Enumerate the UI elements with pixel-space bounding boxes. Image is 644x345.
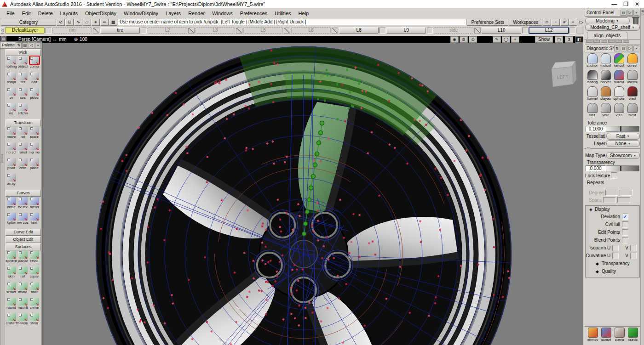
map-type-dropdown[interactable]: Showroom▼ <box>606 152 640 159</box>
layer-side-visibility-toggle[interactable] <box>474 28 481 34</box>
layer-l6[interactable]: L6 <box>291 27 331 34</box>
palette-expand-icon[interactable]: ⇅ <box>16 42 22 48</box>
panel-tool-curva[interactable]: curva <box>613 328 626 344</box>
curvature-u-v-checkbox[interactable] <box>630 253 637 259</box>
tool-revol[interactable]: revol <box>29 251 40 266</box>
tool-srfchn[interactable]: srfchn <box>17 103 29 119</box>
tool-sphere[interactable]: sphere <box>6 251 17 266</box>
diag-tool-ltunnel[interactable]: ltunnel <box>586 86 599 103</box>
display-subsection-transparency[interactable]: ◆Transparency <box>586 260 639 267</box>
layer-rim[interactable]: rim <box>52 27 92 34</box>
diag-tool-vis1[interactable]: vis1 <box>586 103 599 119</box>
isoparm-u-v-checkbox[interactable] <box>630 245 637 251</box>
display-subsection-quality[interactable]: ◆Quality <box>586 267 639 275</box>
tool-templ[interactable]: templ <box>6 72 17 88</box>
layer-l3[interactable]: L3 <box>196 27 235 34</box>
palette-section-object-edit[interactable]: Object Edit <box>6 236 41 243</box>
diag-tool-cphote[interactable]: cphote <box>612 86 626 103</box>
tool-skin[interactable]: skin <box>6 266 17 282</box>
diagnostic-shade-expand-icon[interactable]: ⇅ <box>614 45 620 51</box>
camera-icon[interactable]: ◉ <box>450 36 459 43</box>
diagnostic-shade-title-bar[interactable]: Diagnostic Shade ⇅▤▷× <box>585 45 640 52</box>
layer-l12[interactable]: L12 <box>529 27 569 34</box>
diagnostic-shade-expand-right-icon[interactable]: ▷ <box>627 45 633 51</box>
tool-scale[interactable]: scale <box>29 127 40 142</box>
diag-tool-curevl[interactable]: curevl <box>626 53 639 70</box>
tool-edit[interactable]: edit <box>29 72 40 88</box>
tool-blend[interactable]: blend <box>29 197 40 213</box>
layerbar-left-arrow[interactable]: ◁ <box>0 27 4 34</box>
tool-circle[interactable]: circle <box>6 197 17 213</box>
menu-delete[interactable]: Delete <box>34 10 57 17</box>
tool-mp-mo[interactable]: mp mo <box>29 142 40 158</box>
diag-tool-mulcol[interactable]: mulcol <box>599 53 612 70</box>
snap-curve-icon[interactable]: ≈ <box>569 19 577 26</box>
diag-tool-isoang[interactable]: isoang <box>586 70 599 86</box>
diag-tool-rancol[interactable]: rancol <box>612 53 626 70</box>
menu-utilities[interactable]: Utilities <box>271 10 294 17</box>
paint-icon[interactable]: ✎ <box>493 36 501 43</box>
diag-tool-usetex[interactable]: usetex <box>626 70 639 86</box>
menu-preferences[interactable]: Preferences <box>236 10 271 17</box>
control-panel-menu-icon[interactable]: ▤ <box>621 10 627 16</box>
tool-nw-cos[interactable]: nw cos <box>17 213 29 228</box>
transparency-value[interactable]: 0.000 <box>586 165 606 171</box>
deviation-checkbox[interactable]: ✓ <box>622 214 628 220</box>
palette-section-curve-edit[interactable]: Curve Edit <box>6 229 41 236</box>
preference-sets-button[interactable]: Preference Sets <box>467 19 508 26</box>
layer-l12-checkbox[interactable] <box>569 28 575 34</box>
panel-tool-scnsrf[interactable]: scnsrf <box>599 328 613 344</box>
pick-object-icon[interactable]: ⊡ <box>65 19 74 26</box>
tool-ffblnd[interactable]: ffblnd <box>17 282 29 298</box>
layer-l9-checkbox[interactable] <box>427 28 433 34</box>
edit-points-checkbox[interactable] <box>622 229 628 236</box>
tool-cv[interactable]: cv <box>6 88 17 103</box>
wheel-model[interactable]: LEFT ⌂ <box>0 43 583 345</box>
palette-section-pick[interactable]: Pick <box>6 49 41 56</box>
viewport-canvas[interactable]: LEFT ⌂ <box>0 43 583 345</box>
menu-layouts[interactable]: Layouts <box>57 10 82 17</box>
tool-text[interactable]: text <box>29 213 40 228</box>
tool-msdrft[interactable]: msdrft <box>17 298 29 313</box>
palette-title-bar[interactable]: Palette ⇅▤◁× <box>0 42 41 49</box>
tessellation-dropdown[interactable]: Fast▼ <box>606 133 640 140</box>
tool-cv-crv[interactable]: cv crv <box>17 197 29 213</box>
menu-edit[interactable]: Edit <box>18 10 34 17</box>
tab-align-objects[interactable]: align_objects <box>587 32 627 39</box>
layer-l5-visibility-toggle[interactable] <box>284 28 290 34</box>
tool-kptbx[interactable]: kptbx <box>6 213 17 228</box>
tool-rail[interactable]: rail <box>17 266 29 282</box>
tool-round[interactable]: round <box>6 298 17 313</box>
history-icon[interactable]: H <box>543 19 551 26</box>
tool-cos[interactable]: cos <box>17 88 29 103</box>
menu-windows[interactable]: Windows <box>208 10 236 17</box>
menu-file[interactable]: File <box>3 10 18 17</box>
tolerance-value[interactable]: 0.1000 <box>586 126 606 132</box>
diag-tool-surevl[interactable]: surevl <box>612 70 626 86</box>
panel-tool-xsedit[interactable]: xsedit <box>626 328 639 344</box>
control-panel-title-bar[interactable]: Control Panel ▤▷× <box>585 9 640 17</box>
trash-icon[interactable] <box>632 16 640 25</box>
tool-flflar[interactable]: flflar <box>29 282 40 298</box>
tool-array[interactable]: array <box>6 174 17 189</box>
pick-surface-icon[interactable]: ▱ <box>83 19 91 26</box>
layer-defaultlayer[interactable]: DefaultLayer <box>5 27 45 34</box>
dock-edge-strip[interactable]: ▦▷ <box>640 8 644 345</box>
palette-section-transform[interactable]: Transform <box>6 119 41 126</box>
layer-l9[interactable]: L9 <box>386 27 426 34</box>
menu-help[interactable]: Help <box>295 10 313 17</box>
control-panel-close-icon[interactable]: × <box>633 10 639 16</box>
dock-arrow-icon[interactable]: ▷ <box>641 12 644 16</box>
bookmark-icon[interactable]: B <box>460 36 468 43</box>
snap-grid-icon[interactable]: ◦ <box>552 19 560 26</box>
maximize-button[interactable]: ❐ <box>623 1 628 7</box>
layer-defaultlayer-checkbox[interactable] <box>46 28 52 34</box>
layer-l8-checkbox[interactable] <box>380 28 385 34</box>
pick-curve-icon[interactable]: ∿ <box>74 19 82 26</box>
snap-magnet-icon[interactable]: # <box>560 19 569 26</box>
tool-stnsr[interactable]: stnsr <box>29 313 40 329</box>
magnifier-icon[interactable]: ⊙ <box>469 36 477 43</box>
tool-crvne[interactable]: crvne <box>29 298 40 313</box>
layer-l2-visibility-toggle[interactable] <box>188 28 195 34</box>
viewport-frame-icon[interactable]: ▢ <box>555 36 563 43</box>
